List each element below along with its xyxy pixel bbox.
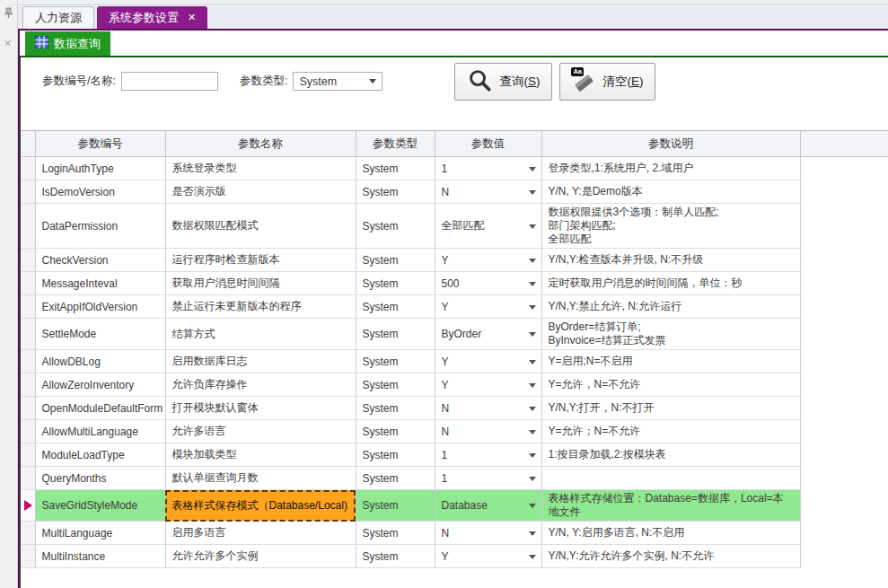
table-row[interactable]: SettleMode 结算方式 System ByOrder ByOrder=结… xyxy=(21,319,888,350)
cell-param-value[interactable]: Y xyxy=(435,373,541,397)
table-row[interactable]: AllowDBLog 启用数据库日志 System Y Y=启用;N=不启用 xyxy=(21,350,888,373)
cell-param-value[interactable]: 1 xyxy=(435,157,541,180)
table-row[interactable]: OpenModuleDefaultForm 打开模块默认窗体 System N … xyxy=(21,397,888,420)
dropdown-arrow-icon[interactable] xyxy=(529,167,536,171)
table-row[interactable]: CheckVersion 运行程序时检查新版本 System Y Y/N,Y:检… xyxy=(21,249,888,272)
cell-param-name[interactable]: 运行程序时检查新版本 xyxy=(165,249,356,272)
cell-param-type[interactable]: System xyxy=(356,272,435,295)
dropdown-arrow-icon[interactable] xyxy=(529,259,536,263)
cell-param-code[interactable]: QueryMonths xyxy=(35,467,165,490)
cell-param-value[interactable]: N xyxy=(435,420,541,443)
cell-param-code[interactable]: AllowMultiLanguage xyxy=(35,420,165,443)
cell-param-code[interactable]: ModuleLoadType xyxy=(35,443,165,467)
cell-param-type[interactable]: System xyxy=(356,204,435,249)
cell-param-name[interactable]: 是否演示版 xyxy=(165,180,356,204)
cell-param-type[interactable]: System xyxy=(356,295,435,319)
cell-param-code[interactable]: IsDemoVersion xyxy=(35,180,165,204)
cell-param-name[interactable]: 允许允许多个实例 xyxy=(165,545,356,568)
table-row[interactable]: LoginAuthType 系统登录类型 System 1 登录类型,1:系统用… xyxy=(21,157,888,180)
header-param-desc[interactable]: 参数说明 xyxy=(541,131,800,157)
dropdown-arrow-icon[interactable] xyxy=(529,504,536,508)
cell-param-type[interactable]: System xyxy=(356,350,435,373)
header-param-value[interactable]: 参数值 xyxy=(435,131,541,157)
dropdown-arrow-icon[interactable] xyxy=(529,332,536,337)
cell-param-type[interactable]: System xyxy=(356,522,435,545)
cell-param-type[interactable]: System xyxy=(356,180,435,204)
cell-param-name[interactable]: 模块加载类型 xyxy=(165,443,356,467)
cell-param-code[interactable]: DataPermission xyxy=(35,204,165,249)
cell-param-code[interactable]: CheckVersion xyxy=(35,249,165,272)
cell-param-code[interactable]: LoginAuthType xyxy=(35,157,165,180)
table-row[interactable]: SaveGridStyleMode 表格样式保存模式（Database/Loca… xyxy=(21,490,888,522)
cell-param-type[interactable]: System xyxy=(356,490,435,522)
cell-param-code[interactable]: ExitAppIfOldVersion xyxy=(35,295,165,319)
cell-param-name[interactable]: 禁止运行未更新版本的程序 xyxy=(165,295,356,319)
cell-param-code[interactable]: MessageInteval xyxy=(35,272,165,295)
header-param-name[interactable]: 参数名称 xyxy=(165,131,356,157)
header-param-code[interactable]: 参数编号 xyxy=(35,131,165,157)
cell-param-value[interactable]: 全部匹配 xyxy=(435,204,541,249)
dock-close-icon[interactable]: ✕ xyxy=(4,38,12,49)
table-row[interactable]: AllowZeroInventory 允许负库存操作 System Y Y=允许… xyxy=(21,373,888,397)
cell-param-value[interactable]: Y xyxy=(435,295,541,319)
dropdown-arrow-icon[interactable] xyxy=(529,430,536,434)
table-row[interactable]: MessageInteval 获取用户消息时间间隔 System 500 定时获… xyxy=(21,272,888,295)
dropdown-arrow-icon[interactable] xyxy=(529,360,536,364)
cell-param-name[interactable]: 获取用户消息时间间隔 xyxy=(165,272,356,295)
cell-param-type[interactable]: System xyxy=(356,373,435,397)
table-row[interactable]: DataPermission 数据权限匹配模式 System 全部匹配 数据权限… xyxy=(21,204,888,249)
header-param-type[interactable]: 参数类型 xyxy=(356,131,435,157)
clear-button[interactable]: Aa 清空(E) xyxy=(559,63,655,101)
cell-param-code[interactable]: MultiInstance xyxy=(35,545,165,568)
dropdown-arrow-icon[interactable] xyxy=(529,531,536,536)
cell-param-value[interactable]: Database xyxy=(435,490,541,522)
table-row[interactable]: ModuleLoadType 模块加载类型 System 1 1:按目录加载,2… xyxy=(21,443,888,467)
dropdown-arrow-icon[interactable] xyxy=(529,407,536,411)
cell-param-name[interactable]: 打开模块默认窗体 xyxy=(165,397,356,420)
dropdown-arrow-icon[interactable] xyxy=(529,555,536,559)
cell-param-type[interactable]: System xyxy=(356,397,435,420)
table-row[interactable]: MultiInstance 允许允许多个实例 System Y Y/N,Y:允许… xyxy=(21,545,888,568)
table-row[interactable]: IsDemoVersion 是否演示版 System N Y/N, Y:是Dem… xyxy=(21,180,888,204)
cell-param-value[interactable]: Y xyxy=(435,545,541,568)
cell-param-value[interactable]: 1 xyxy=(435,443,541,467)
query-button[interactable]: 查询(S) xyxy=(454,63,552,101)
dropdown-arrow-icon[interactable] xyxy=(529,383,536,388)
cell-param-name[interactable]: 表格样式保存模式（Database/Local) xyxy=(165,490,356,522)
cell-param-code[interactable]: OpenModuleDefaultForm xyxy=(35,397,165,420)
cell-param-name[interactable]: 系统登录类型 xyxy=(165,157,356,180)
table-row[interactable]: MultiLanguage 启用多语言 System N Y/N, Y:启用多语… xyxy=(21,522,888,545)
cell-param-name[interactable]: 允许负库存操作 xyxy=(165,373,356,397)
cell-param-name[interactable]: 结算方式 xyxy=(165,319,356,350)
tab-data-query[interactable]: 数据查询 xyxy=(25,31,110,56)
cell-param-code[interactable]: AllowZeroInventory xyxy=(35,373,165,397)
tab-system-parameters[interactable]: 系统参数设置 ✕ xyxy=(97,6,207,29)
cell-param-value[interactable]: Y xyxy=(435,249,541,272)
tab-human-resources[interactable]: 人力资源 xyxy=(22,6,94,29)
cell-param-value[interactable]: 500 xyxy=(435,272,541,295)
dropdown-arrow-icon[interactable] xyxy=(529,477,536,481)
dropdown-arrow-icon[interactable] xyxy=(529,305,536,310)
cell-param-name[interactable]: 默认单据查询月数 xyxy=(165,467,356,490)
dropdown-arrow-icon[interactable] xyxy=(529,224,536,229)
cell-param-type[interactable]: System xyxy=(356,467,435,490)
cell-param-type[interactable]: System xyxy=(356,249,435,272)
dropdown-arrow-icon[interactable] xyxy=(529,190,536,195)
cell-param-type[interactable]: System xyxy=(356,443,435,467)
table-row[interactable]: AllowMultiLanguage 允许多语言 System N Y=允许；N… xyxy=(21,420,888,443)
tab-close-icon[interactable]: ✕ xyxy=(188,13,196,22)
cell-param-value[interactable]: N xyxy=(435,180,541,204)
dropdown-arrow-icon[interactable] xyxy=(529,282,536,286)
dropdown-arrow-icon[interactable] xyxy=(529,453,536,458)
cell-param-type[interactable]: System xyxy=(356,420,435,443)
cell-param-name[interactable]: 启用多语言 xyxy=(165,522,356,545)
param-code-input[interactable] xyxy=(121,72,218,91)
cell-param-type[interactable]: System xyxy=(356,545,435,568)
pin-icon[interactable] xyxy=(4,7,13,22)
cell-param-code[interactable]: SettleMode xyxy=(35,319,165,350)
cell-param-value[interactable]: ByOrder xyxy=(435,319,541,350)
param-type-select[interactable]: System xyxy=(293,72,382,91)
cell-param-code[interactable]: MultiLanguage xyxy=(35,522,165,545)
table-row[interactable]: ExitAppIfOldVersion 禁止运行未更新版本的程序 System … xyxy=(21,295,888,319)
cell-param-code[interactable]: AllowDBLog xyxy=(35,350,165,373)
